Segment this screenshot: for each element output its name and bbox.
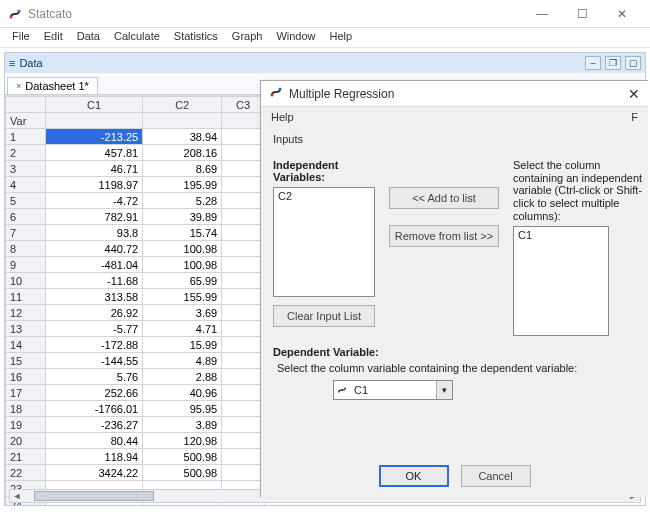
row-header[interactable]: 11 (6, 289, 46, 305)
cell[interactable]: -144.55 (46, 353, 143, 369)
cell[interactable]: 4.71 (143, 321, 222, 337)
remove-from-list-button[interactable]: Remove from list >> (389, 225, 499, 247)
cell[interactable] (222, 161, 265, 177)
menu-calculate[interactable]: Calculate (108, 28, 166, 47)
maximize-button[interactable]: ☐ (562, 0, 602, 28)
corner-cell[interactable] (6, 97, 46, 113)
cell[interactable]: 120.98 (143, 433, 222, 449)
subwindow-min-button[interactable]: – (585, 56, 601, 70)
dialog-menu-help[interactable]: Help (271, 111, 294, 123)
dialog-menu-right[interactable]: F (631, 111, 638, 123)
cell[interactable]: 38.94 (143, 129, 222, 145)
cell[interactable]: 440.72 (46, 241, 143, 257)
cell[interactable]: 26.92 (46, 305, 143, 321)
col-header-c3[interactable]: C3 (222, 97, 265, 113)
row-header[interactable]: 4 (6, 177, 46, 193)
cell[interactable]: 782.91 (46, 209, 143, 225)
row-header[interactable]: 7 (6, 225, 46, 241)
menu-help[interactable]: Help (324, 28, 359, 47)
cell[interactable]: 15.99 (143, 337, 222, 353)
cancel-button[interactable]: Cancel (461, 465, 531, 487)
cell[interactable]: -1766.01 (46, 401, 143, 417)
cell[interactable]: 80.44 (46, 433, 143, 449)
row-header[interactable]: 16 (6, 369, 46, 385)
cell[interactable] (222, 465, 265, 481)
cell[interactable]: 118.94 (46, 449, 143, 465)
cell[interactable] (222, 241, 265, 257)
cell[interactable] (222, 369, 265, 385)
cell[interactable]: 5.28 (143, 193, 222, 209)
cell[interactable] (222, 321, 265, 337)
cell[interactable]: -236.27 (46, 417, 143, 433)
cell[interactable]: 100.98 (143, 241, 222, 257)
var-c3[interactable] (222, 113, 265, 129)
cell[interactable]: 46.71 (46, 161, 143, 177)
row-header[interactable]: 6 (6, 209, 46, 225)
cell[interactable]: 8.69 (143, 161, 222, 177)
cell[interactable]: 252.66 (46, 385, 143, 401)
row-header[interactable]: 12 (6, 305, 46, 321)
add-to-list-button[interactable]: << Add to list (389, 187, 499, 209)
dialog-close-button[interactable]: ✕ (628, 86, 640, 102)
ok-button[interactable]: OK (379, 465, 449, 487)
cell[interactable] (222, 273, 265, 289)
cell[interactable]: 500.98 (143, 449, 222, 465)
scroll-left-icon[interactable]: ◄ (10, 490, 24, 502)
cell[interactable] (222, 449, 265, 465)
clear-input-list-button[interactable]: Clear Input List (273, 305, 375, 327)
spreadsheet[interactable]: C1 C2 C3 Var 1-213.2538.942457.81208.163… (5, 96, 265, 505)
subwindow-max-button[interactable]: ▢ (625, 56, 641, 70)
cell[interactable]: 195.99 (143, 177, 222, 193)
cell[interactable]: 65.99 (143, 273, 222, 289)
minimize-button[interactable]: — (522, 0, 562, 28)
row-header[interactable]: 18 (6, 401, 46, 417)
cell[interactable]: 500.98 (143, 465, 222, 481)
scroll-thumb[interactable] (34, 491, 154, 501)
cell[interactable] (222, 433, 265, 449)
row-header[interactable]: 21 (6, 449, 46, 465)
cell[interactable]: 3.89 (143, 417, 222, 433)
row-header[interactable]: 8 (6, 241, 46, 257)
row-header[interactable]: 17 (6, 385, 46, 401)
tab-close-icon[interactable]: × (16, 81, 21, 91)
menu-edit[interactable]: Edit (38, 28, 69, 47)
col-header-c1[interactable]: C1 (46, 97, 143, 113)
cell[interactable]: -4.72 (46, 193, 143, 209)
row-header[interactable]: 2 (6, 145, 46, 161)
cell[interactable]: 1198.97 (46, 177, 143, 193)
cell[interactable]: 2.88 (143, 369, 222, 385)
cell[interactable] (222, 209, 265, 225)
cell[interactable] (222, 177, 265, 193)
close-button[interactable]: ✕ (602, 0, 642, 28)
cell[interactable]: -11.68 (46, 273, 143, 289)
chevron-down-icon[interactable]: ▾ (436, 381, 452, 399)
subwindow-restore-button[interactable]: ❐ (605, 56, 621, 70)
cell[interactable]: -172.88 (46, 337, 143, 353)
independent-variables-list[interactable]: C2 (273, 187, 375, 297)
cell[interactable]: 155.99 (143, 289, 222, 305)
row-header[interactable]: 15 (6, 353, 46, 369)
cell[interactable]: 457.81 (46, 145, 143, 161)
cell[interactable]: -5.77 (46, 321, 143, 337)
cell[interactable]: 5.76 (46, 369, 143, 385)
cell[interactable] (222, 225, 265, 241)
menu-window[interactable]: Window (270, 28, 321, 47)
menu-graph[interactable]: Graph (226, 28, 269, 47)
cell[interactable]: 4.89 (143, 353, 222, 369)
row-header[interactable]: 9 (6, 257, 46, 273)
cell[interactable] (222, 129, 265, 145)
cell[interactable] (222, 257, 265, 273)
row-header[interactable]: 19 (6, 417, 46, 433)
cell[interactable] (222, 353, 265, 369)
row-header[interactable]: 14 (6, 337, 46, 353)
cell[interactable]: 100.98 (143, 257, 222, 273)
cell[interactable] (222, 401, 265, 417)
row-header[interactable]: 13 (6, 321, 46, 337)
menu-statistics[interactable]: Statistics (168, 28, 224, 47)
cell[interactable] (222, 305, 265, 321)
dependent-variable-combobox[interactable]: C1 ▾ (333, 380, 453, 400)
cell[interactable]: 93.8 (46, 225, 143, 241)
cell[interactable]: 3424.22 (46, 465, 143, 481)
row-header[interactable]: 3 (6, 161, 46, 177)
available-columns-list[interactable]: C1 (513, 226, 609, 336)
